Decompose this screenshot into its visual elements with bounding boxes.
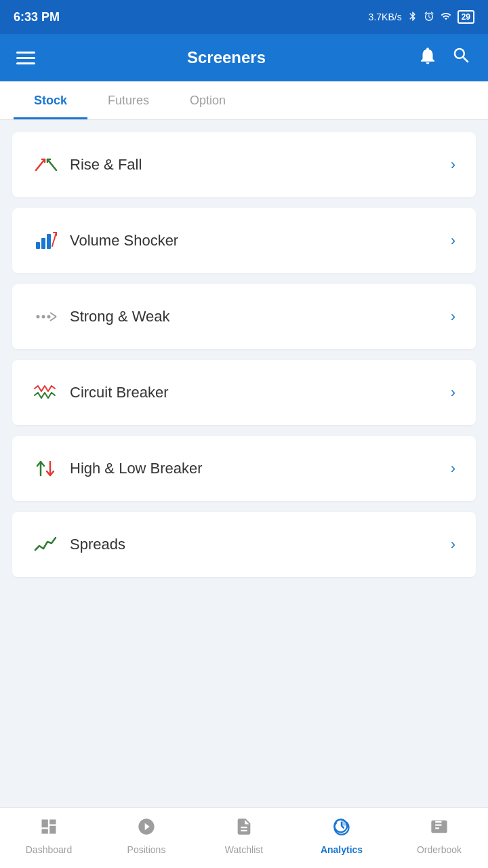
search-icon[interactable] (451, 45, 472, 71)
rise-fall-label: Rise & Fall (70, 156, 451, 174)
nav-orderbook[interactable]: Orderbook (399, 817, 480, 855)
dashboard-label: Dashboard (26, 844, 73, 855)
tabs: Stock Futures Option (0, 81, 488, 120)
list-item-circuit-breaker[interactable]: Circuit Breaker › (12, 360, 476, 425)
positions-label: Positions (127, 844, 166, 855)
rise-fall-icon (33, 151, 70, 178)
list-item-rise-fall[interactable]: Rise & Fall › (12, 132, 476, 197)
watchlist-label: Watchlist (225, 844, 263, 855)
nav-watchlist[interactable]: Watchlist (203, 817, 285, 855)
strong-weak-chevron: › (451, 308, 455, 326)
analytics-label: Analytics (321, 844, 363, 855)
spreads-icon (33, 531, 70, 558)
positions-icon (137, 817, 156, 841)
volume-shocker-chevron: › (451, 232, 455, 250)
bluetooth-icon (407, 11, 418, 24)
svg-line-10 (50, 317, 56, 321)
circuit-breaker-label: Circuit Breaker (70, 384, 451, 401)
status-bar: 6:33 PM 3.7KB/s 29 (0, 0, 488, 34)
tab-stock[interactable]: Stock (14, 81, 87, 119)
nav-analytics[interactable]: Analytics (301, 817, 382, 855)
list-item-spreads[interactable]: Spreads › (12, 512, 476, 577)
bell-icon[interactable] (418, 45, 438, 71)
tab-futures[interactable]: Futures (87, 81, 169, 119)
watchlist-icon (235, 817, 253, 841)
network-speed: 3.7KB/s (369, 12, 402, 22)
orderbook-icon (430, 817, 449, 841)
battery-icon: 29 (458, 10, 474, 24)
list-item-volume-shocker[interactable]: Volume Shocker › (12, 208, 476, 273)
nav-positions[interactable]: Positions (106, 817, 187, 855)
tab-option[interactable]: Option (169, 81, 246, 119)
screener-list: Rise & Fall › Volume Shocker › (0, 120, 488, 807)
svg-point-7 (42, 315, 45, 319)
volume-shocker-icon (33, 227, 70, 254)
svg-line-0 (36, 159, 45, 170)
analytics-icon (332, 817, 351, 841)
svg-point-8 (47, 315, 51, 319)
alarm-icon (424, 11, 434, 24)
strong-weak-icon (33, 303, 70, 330)
strong-weak-label: Strong & Weak (70, 308, 451, 326)
header-icons (418, 45, 472, 71)
hamburger-menu[interactable] (16, 52, 35, 64)
orderbook-label: Orderbook (417, 844, 462, 855)
high-low-breaker-chevron: › (451, 460, 455, 477)
high-low-breaker-label: High & Low Breaker (70, 460, 451, 477)
list-item-high-low-breaker[interactable]: High & Low Breaker › (12, 436, 476, 501)
svg-rect-4 (47, 234, 51, 249)
signal-icon (440, 11, 452, 24)
svg-rect-3 (41, 238, 45, 249)
nav-dashboard[interactable]: Dashboard (8, 817, 89, 855)
header-title: Screeners (187, 48, 266, 67)
status-icons: 3.7KB/s 29 (369, 10, 474, 24)
volume-shocker-label: Volume Shocker (70, 232, 451, 250)
header: Screeners (0, 34, 488, 81)
high-low-breaker-icon (33, 455, 70, 482)
svg-line-9 (50, 313, 56, 317)
spreads-label: Spreads (70, 536, 451, 553)
rise-fall-chevron: › (451, 156, 455, 174)
dashboard-icon (39, 817, 58, 841)
bottom-nav: Dashboard Positions Watchlist An (0, 807, 488, 868)
circuit-breaker-icon (33, 379, 70, 406)
list-item-strong-weak[interactable]: Strong & Weak › (12, 284, 476, 349)
circuit-breaker-chevron: › (451, 384, 455, 401)
status-time: 6:33 PM (14, 10, 60, 24)
svg-line-1 (47, 159, 56, 170)
svg-point-6 (37, 315, 40, 319)
spreads-chevron: › (451, 536, 455, 553)
svg-rect-2 (36, 242, 40, 249)
